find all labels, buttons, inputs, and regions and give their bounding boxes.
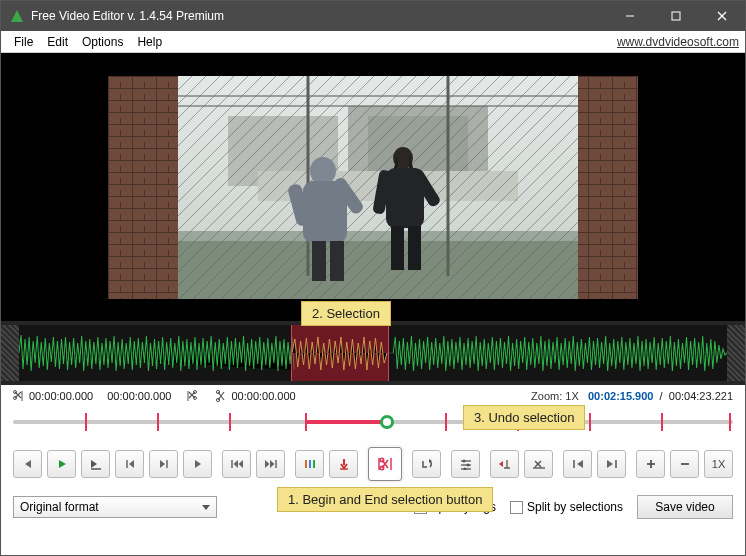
current-time: 00:02:15.900 [588,390,653,402]
video-preview-area: 2. Selection [1,53,745,321]
timeline-tick [589,413,591,431]
time-info-bar: 00:00:00.000 00:00:00.000 00:00:00.000 Z… [1,385,745,405]
timeline-tick [305,413,307,431]
set-marker-button[interactable] [329,450,358,478]
undo-selection-button[interactable] [490,450,519,478]
menu-options[interactable]: Options [75,33,130,51]
timeline-tick [729,413,731,431]
time-separator: / [660,390,663,402]
website-link[interactable]: www.dvdvideosoft.com [617,35,739,49]
cut-selection-button[interactable] [368,447,402,481]
next-frame-button[interactable] [149,450,178,478]
save-video-button[interactable]: Save video [637,495,733,519]
svg-rect-30 [391,226,404,270]
window-title: Free Video Editor v. 1.4.54 Premium [31,9,607,23]
menu-bar: File Edit Options Help www.dvdvideosoft.… [1,31,745,53]
svg-rect-12 [578,76,638,299]
svg-point-61 [466,464,469,467]
timeline-tick [85,413,87,431]
minimize-button[interactable] [607,1,653,31]
play-selection-button[interactable] [81,450,110,478]
timeline-playhead[interactable] [380,415,394,429]
prev-frame-button[interactable] [115,450,144,478]
settings-button[interactable] [451,450,480,478]
close-button[interactable] [699,1,745,31]
menu-file[interactable]: File [7,33,40,51]
timeline-selection[interactable] [305,420,391,424]
checkbox-box-icon [414,501,427,514]
scissors-icon [215,390,227,402]
zoom-in-button[interactable] [636,450,665,478]
format-select-value: Original format [20,500,99,514]
trim-end-time: 00:00:00.000 [107,390,171,402]
menu-help[interactable]: Help [130,33,169,51]
waveform-area[interactable] [1,321,745,385]
format-select[interactable]: Original format [13,496,217,518]
svg-rect-1 [672,12,680,20]
controls-bar: 1X [1,445,745,489]
timeline-tick [157,413,159,431]
goto-start-button[interactable] [222,450,251,478]
goto-end-button[interactable] [256,450,285,478]
annotation-undo: 3. Undo selection [463,405,585,430]
clear-selections-button[interactable] [524,450,553,478]
split-by-tags-label: Split by tags [431,500,496,514]
zoom-out-button[interactable] [670,450,699,478]
trim-start-time: 00:00:00.000 [29,390,93,402]
zoom-reset-button[interactable]: 1X [704,450,733,478]
split-by-selections-label: Split by selections [527,500,623,514]
waveform-selection[interactable] [291,325,389,381]
total-time: 00:04:23.221 [669,390,733,402]
waveform-handle-left[interactable] [1,325,19,381]
split-by-tags-checkbox[interactable]: Split by tags [414,500,496,514]
checkbox-box-icon [510,501,523,514]
trim-right-icon [185,390,197,402]
timeline[interactable]: 3. Undo selection [13,409,733,439]
rewind-button[interactable] [13,450,42,478]
timeline-tick [517,413,519,431]
svg-rect-24 [312,241,326,281]
trim-left-icon [13,390,25,402]
cursor-time: 00:00:00.000 [231,390,295,402]
svg-rect-25 [330,241,344,281]
svg-point-63 [463,468,466,471]
svg-rect-31 [408,226,421,270]
set-end-button[interactable] [597,450,626,478]
app-logo-icon [9,8,25,24]
zoom-value: 1X [565,390,578,402]
rotate-button[interactable] [412,450,441,478]
set-start-button[interactable] [563,450,592,478]
svg-rect-11 [108,76,178,299]
bottom-bar: Original format 1. Begin and End selecti… [1,489,745,525]
waveform[interactable] [19,325,727,381]
waveform-handle-right[interactable] [727,325,745,381]
maximize-button[interactable] [653,1,699,31]
timeline-tick [229,413,231,431]
timeline-tick [661,413,663,431]
title-bar: Free Video Editor v. 1.4.54 Premium [1,1,745,31]
markers-button[interactable] [295,450,324,478]
zoom-label: Zoom: [531,390,562,402]
split-by-selections-checkbox[interactable]: Split by selections [510,500,623,514]
video-frame[interactable] [108,76,638,299]
menu-edit[interactable]: Edit [40,33,75,51]
timeline-tick [445,413,447,431]
play-button[interactable] [47,450,76,478]
forward-button[interactable] [183,450,212,478]
svg-point-22 [310,157,336,185]
svg-point-59 [462,460,465,463]
